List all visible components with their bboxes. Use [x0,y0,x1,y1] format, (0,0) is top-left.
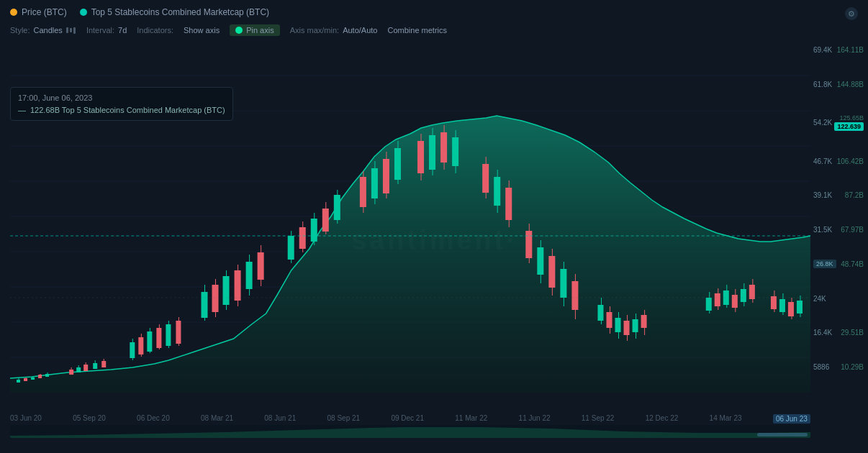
btc-label-6: 31.5K [813,226,832,234]
x-label-6: 08 Sep 21 [327,414,361,424]
svg-rect-123 [779,299,785,312]
svg-rect-75 [429,135,435,170]
combine-metrics-label: Combine metrics [387,26,447,35]
svg-rect-81 [482,164,489,193]
svg-rect-37 [156,328,161,348]
x-label-1: 03 Jun 20 [10,414,42,424]
svg-rect-93 [560,269,566,298]
btc-26k-badge: 26.8K [813,260,836,268]
pin-axis-label: Pin axis [246,26,274,35]
svg-rect-21 [69,370,73,375]
show-axis-label: Show axis [184,26,220,35]
svg-rect-85 [505,188,512,220]
metric1-text: Price (BTC) [22,7,67,17]
metric1-label: Price (BTC) [10,7,67,17]
tooltip-dash: — [18,106,26,114]
svg-rect-11 [17,380,20,383]
svg-rect-57 [299,227,306,249]
tooltip-value: 122.68B Top 5 Stablecoins Combined Marke… [30,106,225,114]
y-axis-row-6: 31.5K 67.97B [813,226,864,234]
chart-area: santiment· 17:00, June 06, 2023 — 122.68… [0,40,868,439]
svg-rect-33 [138,337,143,354]
svg-rect-35 [147,331,152,352]
btc-label-5: 39.1K [813,191,832,199]
x-label-active: 06 Jun 23 [773,414,810,424]
svg-rect-99 [606,312,612,328]
current-price-badge: 122.639 [834,122,864,131]
stable-label-3: 125.65B [839,114,864,122]
x-label-8: 11 Mar 22 [455,414,487,424]
metric2-dot [80,9,87,16]
svg-rect-59 [311,219,317,242]
svg-rect-73 [417,141,424,173]
svg-rect-127 [797,301,803,314]
mini-scrollbar[interactable] [757,433,808,436]
btc-label-2: 61.8K [813,81,832,88]
interval-selector[interactable]: Interval: 7d [86,26,127,35]
stable-label-7: 48.74B [841,260,864,268]
y-axis-row-3: 54.2K 125.65B 122.639 [813,114,864,131]
mini-chart[interactable] [10,425,810,438]
stable-label-5: 87.2B [845,191,864,199]
svg-rect-125 [788,302,794,316]
x-label-3: 06 Dec 20 [137,414,170,424]
pin-axis-button[interactable]: Pin axis [230,24,280,36]
tooltip: 17:00, June 06, 2023 — 122.68B Top 5 Sta… [10,87,233,121]
svg-rect-41 [176,321,181,344]
metric1-dot [10,9,17,16]
svg-rect-67 [371,168,378,198]
tooltip-row: — 122.68B Top 5 Stablecoins Combined Mar… [18,106,225,114]
svg-rect-83 [494,177,500,206]
svg-rect-39 [166,324,171,346]
combine-metrics-item[interactable]: Combine metrics [387,26,447,35]
x-axis: 03 Jun 20 05 Sep 20 06 Dec 20 08 Mar 21 … [10,414,810,424]
stable-label-2: 144.88B [837,81,864,88]
btc-label-1: 69.4K [813,46,832,54]
show-axis-item[interactable]: Show axis [184,26,220,35]
stable-label-4: 106.42B [837,157,864,165]
svg-rect-43 [201,292,207,318]
stable-label-9: 29.51B [841,329,864,337]
x-label-4: 08 Mar 21 [201,414,233,424]
metric2-text: Top 5 Stablecoins Combined Marketcap (BT… [91,7,269,17]
svg-rect-31 [130,342,135,358]
y-axis-right: 69.4K 164.11B 61.8K 144.88B 54.2K 125.65… [810,40,868,393]
style-selector[interactable]: Style: Candles [10,26,76,35]
axis-maxmin-item[interactable]: Axis max/min: Auto/Auto [290,26,378,35]
x-label-7: 09 Dec 21 [391,414,424,424]
svg-rect-13 [24,378,27,381]
svg-rect-51 [246,262,253,289]
svg-rect-71 [394,148,401,180]
svg-rect-55 [288,236,294,260]
svg-rect-45 [212,285,219,312]
candles-icon [66,27,76,34]
x-label-10: 11 Sep 22 [582,414,615,424]
svg-rect-97 [597,305,603,321]
x-label-9: 11 Jun 22 [519,414,551,424]
indicators-selector[interactable]: Indicators: [137,26,173,35]
svg-rect-111 [715,293,720,306]
svg-rect-87 [525,231,532,258]
toolbar: Style: Candles Interval: 7d Indicators: … [0,22,868,40]
svg-rect-109 [706,298,712,311]
btc-label-4: 46.7K [813,157,832,165]
y-axis-row-2: 61.8K 144.88B [813,81,864,88]
x-label-2: 05 Sep 20 [73,414,106,424]
svg-rect-95 [571,281,578,310]
stable-badge-area: 125.65B 122.639 [834,114,864,131]
style-value: Candles [34,26,63,35]
metric2-label: Top 5 Stablecoins Combined Marketcap (BT… [80,7,269,17]
btc-label-9: 16.4K [813,329,832,337]
x-label-12: 14 Mar 23 [710,414,742,424]
svg-rect-29 [101,361,106,367]
stable-label-10: 10.29B [841,363,864,371]
svg-rect-25 [83,365,88,371]
svg-rect-79 [452,137,458,166]
svg-rect-89 [537,247,543,275]
svg-rect-65 [360,177,366,207]
svg-rect-101 [615,318,621,332]
svg-rect-61 [322,209,329,232]
svg-rect-63 [334,195,340,220]
btc-label-8: 24K [813,295,826,303]
chart-header: Price (BTC) Top 5 Stablecoins Combined M… [0,0,868,22]
